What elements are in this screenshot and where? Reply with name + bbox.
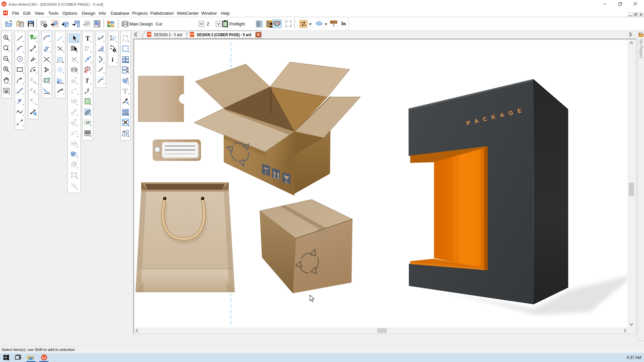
svg-text:T: T	[123, 87, 128, 95]
svg-text:3: 3	[34, 89, 36, 91]
svg-text:T: T	[86, 35, 90, 42]
svg-text:T: T	[87, 88, 90, 93]
svg-text:2: 2	[100, 77, 101, 79]
svg-text:1: 1	[98, 78, 99, 81]
svg-text:R: R	[33, 68, 36, 72]
svg-text:DESIGN 3 (COBER PAGE) - 0 ard: DESIGN 3 (COBER PAGE) - 0 ard	[197, 33, 251, 37]
svg-text:3: 3	[102, 76, 104, 79]
svg-text:0123: 0123	[86, 134, 89, 135]
svg-text:AP: AP	[86, 121, 90, 124]
svg-text:T: T	[85, 77, 90, 84]
svg-text:1: 1	[102, 66, 103, 69]
svg-text:i: i	[112, 56, 113, 63]
svg-text:DESIGN 2 - 0 ard: DESIGN 2 - 0 ard	[154, 33, 182, 37]
